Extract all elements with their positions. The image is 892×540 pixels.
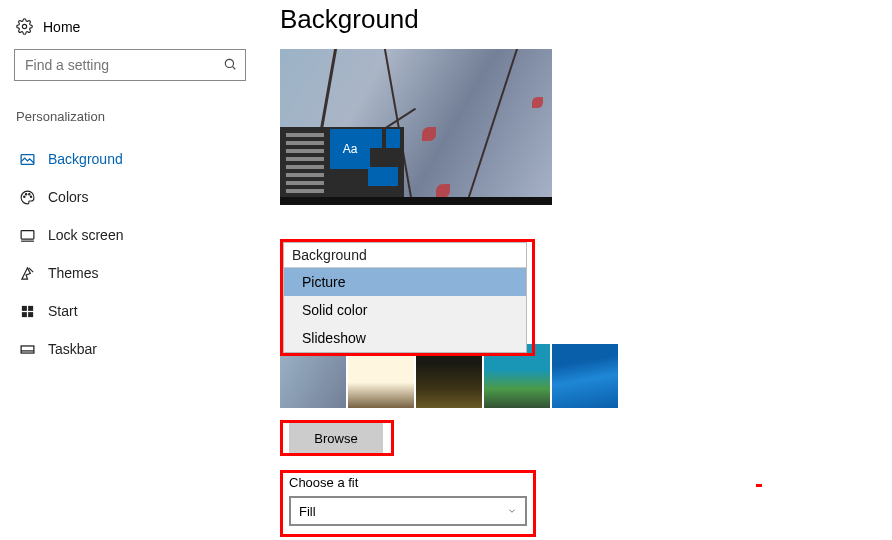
gear-icon (16, 18, 33, 35)
svg-rect-10 (21, 305, 26, 310)
svg-rect-11 (28, 305, 33, 310)
search-field[interactable] (25, 57, 205, 73)
dropdown-label: Background (284, 243, 526, 268)
svg-rect-14 (21, 345, 34, 352)
fit-label: Choose a fit (289, 475, 527, 490)
svg-rect-12 (21, 312, 26, 317)
search-icon (223, 57, 237, 74)
svg-rect-8 (21, 230, 34, 239)
sidebar-item-taskbar[interactable]: Taskbar (14, 330, 246, 368)
svg-rect-13 (28, 312, 33, 317)
fit-select[interactable]: Fill (289, 496, 527, 526)
sidebar-item-label: Themes (48, 265, 99, 281)
preview-sample-text: Aa (330, 129, 370, 169)
start-icon (18, 304, 36, 319)
lock-screen-icon (18, 227, 36, 244)
dropdown-option-slideshow[interactable]: Slideshow (284, 324, 526, 352)
themes-icon (18, 265, 36, 282)
background-dropdown[interactable]: Background Picture Solid color Slideshow (283, 242, 527, 353)
sidebar-item-colors[interactable]: Colors (14, 178, 246, 216)
desktop-preview: Aa (280, 49, 552, 205)
sidebar-item-start[interactable]: Start (14, 292, 246, 330)
svg-point-5 (25, 193, 26, 194)
picture-icon (18, 151, 36, 168)
svg-point-6 (28, 193, 29, 194)
category-label: Personalization (14, 109, 246, 124)
sidebar: Home Personalization Background (0, 0, 260, 537)
sidebar-item-label: Lock screen (48, 227, 123, 243)
browse-highlight: Browse (280, 420, 394, 456)
page-title: Background (280, 4, 618, 35)
sidebar-item-label: Taskbar (48, 341, 97, 357)
svg-point-0 (22, 24, 26, 28)
sidebar-item-lock-screen[interactable]: Lock screen (14, 216, 246, 254)
search-input[interactable] (14, 49, 246, 81)
background-dropdown-highlight: Background Picture Solid color Slideshow (280, 239, 535, 356)
sidebar-item-label: Colors (48, 189, 88, 205)
stray-mark (756, 484, 762, 487)
sidebar-item-background[interactable]: Background (14, 140, 246, 178)
sidebar-item-label: Background (48, 151, 123, 167)
sidebar-item-label: Start (48, 303, 78, 319)
home-button[interactable]: Home (14, 18, 246, 35)
palette-icon (18, 189, 36, 206)
fit-value: Fill (299, 504, 316, 519)
svg-line-2 (233, 66, 236, 69)
svg-point-1 (225, 59, 233, 67)
sidebar-item-themes[interactable]: Themes (14, 254, 246, 292)
picture-thumb[interactable] (552, 344, 618, 408)
home-label: Home (43, 19, 80, 35)
dropdown-option-picture[interactable]: Picture (284, 268, 526, 296)
fit-highlight: Choose a fit Fill (280, 470, 536, 537)
svg-point-7 (30, 196, 31, 197)
main-content: Background Aa Background Picture Solid (260, 0, 618, 537)
svg-point-4 (23, 196, 24, 197)
chevron-down-icon (507, 504, 517, 519)
preview-start-menu: Aa (280, 127, 404, 197)
browse-button[interactable]: Browse (289, 423, 383, 453)
dropdown-option-solid-color[interactable]: Solid color (284, 296, 526, 324)
taskbar-icon (18, 341, 36, 358)
